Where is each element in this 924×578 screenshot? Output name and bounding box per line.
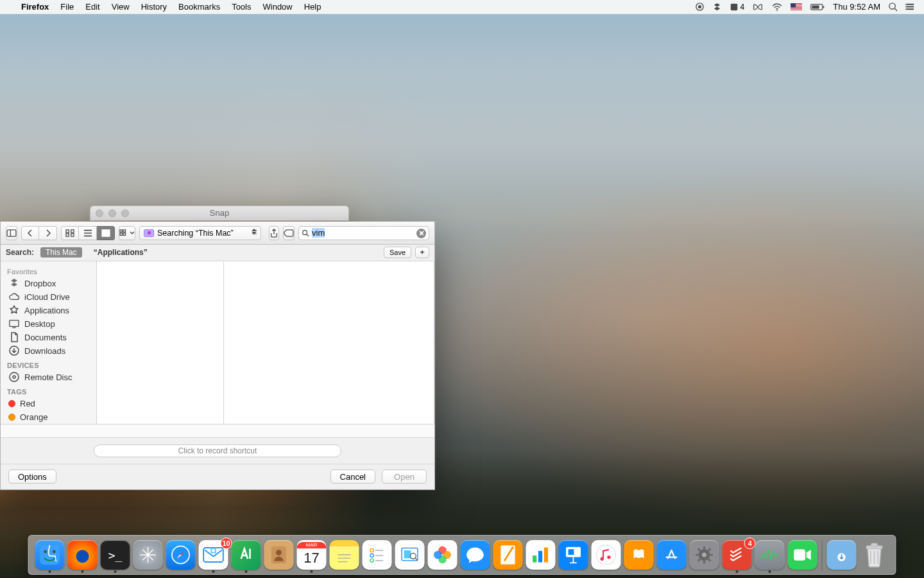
scope-this-mac[interactable]: This Mac bbox=[40, 247, 82, 258]
dock-mail[interactable]: 10 bbox=[198, 540, 230, 573]
svg-rect-50 bbox=[538, 551, 542, 563]
minimize-button[interactable] bbox=[108, 209, 116, 217]
path-bar bbox=[1, 425, 434, 438]
sidebar-item-dropbox[interactable]: Dropbox bbox=[1, 277, 96, 290]
dock-photos[interactable] bbox=[427, 540, 459, 573]
menu-help[interactable]: Help bbox=[298, 0, 327, 14]
share-button[interactable] bbox=[269, 226, 279, 240]
svg-point-54 bbox=[596, 545, 615, 565]
sidebar-tag-red[interactable]: Red bbox=[1, 397, 96, 410]
sidebar-item-icloud[interactable]: iCloud Drive bbox=[1, 290, 96, 304]
spotlight-icon[interactable] bbox=[888, 2, 898, 12]
menu-view[interactable]: View bbox=[106, 0, 135, 14]
scope-label: Search: bbox=[6, 248, 34, 257]
dock-activity[interactable] bbox=[754, 540, 786, 573]
dock-appstore[interactable] bbox=[656, 540, 688, 573]
dock-safari[interactable] bbox=[165, 540, 197, 573]
dock-editor[interactable] bbox=[230, 540, 262, 573]
ibooks-icon bbox=[624, 540, 654, 570]
menuextra-battery-icon[interactable] bbox=[810, 3, 825, 11]
sidebar-item-remote-disc[interactable]: Remote Disc bbox=[1, 371, 96, 384]
notes-icon bbox=[330, 540, 359, 570]
zoom-button[interactable] bbox=[121, 209, 129, 217]
window-title: Snap bbox=[90, 206, 348, 220]
dock-firefox[interactable] bbox=[67, 540, 99, 573]
snap-window[interactable]: Snap bbox=[90, 206, 349, 221]
open-button[interactable]: Open bbox=[382, 469, 427, 484]
keynote-icon bbox=[559, 540, 588, 570]
scope-applications[interactable]: “Applications” bbox=[89, 247, 153, 258]
column-1[interactable] bbox=[97, 261, 224, 424]
dock-notes[interactable] bbox=[329, 540, 361, 573]
sidebar-item-desktop[interactable]: Desktop bbox=[1, 317, 96, 331]
editor-icon bbox=[232, 540, 261, 570]
dock-itunes[interactable] bbox=[590, 540, 622, 573]
menu-edit[interactable]: Edit bbox=[80, 0, 105, 14]
dock-contacts[interactable] bbox=[263, 540, 295, 573]
back-button[interactable] bbox=[21, 226, 39, 240]
sidebar-item-applications[interactable]: Applications bbox=[1, 304, 96, 317]
dock-launchpad[interactable] bbox=[132, 540, 164, 573]
path-popup[interactable]: Searching “This Mac” bbox=[139, 226, 261, 240]
menuextra-wifi-icon[interactable] bbox=[771, 3, 783, 12]
menuextra-input-source[interactable] bbox=[791, 3, 802, 11]
dock-ibooks[interactable] bbox=[623, 540, 655, 573]
dock-numbers[interactable] bbox=[525, 540, 557, 573]
dock-system-preferences[interactable] bbox=[689, 540, 721, 573]
cancel-button[interactable]: Cancel bbox=[330, 469, 375, 484]
menuextra-sync-icon[interactable] bbox=[695, 2, 705, 12]
sidebar: Favorites Dropbox iCloud Drive Applicati… bbox=[1, 261, 97, 424]
dock-downloads[interactable] bbox=[826, 540, 858, 573]
downloads-stack-icon bbox=[827, 540, 857, 570]
view-columns-button[interactable] bbox=[97, 226, 115, 240]
sidebar-toggle-button[interactable] bbox=[6, 226, 17, 240]
dock-preview[interactable] bbox=[394, 540, 426, 573]
forward-button[interactable] bbox=[39, 226, 57, 240]
column-2[interactable] bbox=[224, 261, 434, 424]
add-criteria-button[interactable]: + bbox=[415, 247, 429, 258]
dock-calendar[interactable]: MAR17 bbox=[296, 540, 328, 573]
dock-todoist[interactable]: 4 bbox=[721, 540, 753, 573]
itunes-icon bbox=[592, 540, 621, 570]
shortcut-recorder[interactable]: Click to record shortcut bbox=[94, 444, 341, 457]
arrange-button[interactable] bbox=[119, 226, 135, 240]
open-dialog: Searching “This Mac” vim Search: This Ma… bbox=[0, 222, 435, 490]
svg-point-37 bbox=[370, 548, 373, 552]
svg-rect-20 bbox=[123, 233, 125, 235]
column-browser bbox=[97, 261, 434, 424]
menu-bookmarks[interactable]: Bookmarks bbox=[173, 0, 226, 14]
dock-messages[interactable] bbox=[459, 540, 492, 573]
clear-search-button[interactable] bbox=[416, 229, 426, 238]
save-search-button[interactable]: Save bbox=[384, 247, 411, 258]
dock-facetime[interactable] bbox=[787, 540, 819, 573]
menu-file[interactable]: File bbox=[55, 0, 80, 14]
dock-keynote[interactable] bbox=[558, 540, 590, 573]
options-button[interactable]: Options bbox=[8, 469, 56, 484]
sidebar-item-downloads[interactable]: Downloads bbox=[1, 344, 96, 358]
menubar-clock[interactable]: Thu 9:52 AM bbox=[833, 2, 880, 12]
close-button[interactable] bbox=[96, 209, 103, 217]
menu-tools[interactable]: Tools bbox=[226, 0, 257, 14]
view-list-button[interactable] bbox=[79, 226, 97, 240]
dock-pages[interactable] bbox=[492, 540, 524, 573]
svg-rect-14 bbox=[66, 233, 69, 236]
dock-finder[interactable] bbox=[34, 540, 66, 573]
search-field[interactable]: vim bbox=[298, 226, 429, 240]
menuextra-butterfly-icon[interactable] bbox=[752, 3, 764, 12]
menu-window[interactable]: Window bbox=[257, 0, 298, 14]
menuextra-dropbox-icon[interactable] bbox=[712, 2, 722, 12]
menuextra-app-icon[interactable]: 4 bbox=[730, 3, 745, 12]
svg-rect-17 bbox=[120, 229, 122, 231]
view-icons-button[interactable] bbox=[61, 226, 79, 240]
dock-trash[interactable] bbox=[859, 540, 891, 573]
documents-icon bbox=[8, 333, 20, 342]
cloud-icon bbox=[8, 292, 20, 301]
dock-reminders[interactable] bbox=[361, 540, 393, 573]
app-menu[interactable]: Firefox bbox=[15, 0, 55, 14]
notification-center-icon[interactable] bbox=[905, 2, 915, 12]
dock-terminal[interactable]: >_ bbox=[99, 540, 132, 573]
sidebar-tag-orange[interactable]: Orange bbox=[1, 410, 96, 424]
menu-history[interactable]: History bbox=[135, 0, 173, 14]
tags-button[interactable] bbox=[283, 226, 295, 240]
sidebar-item-documents[interactable]: Documents bbox=[1, 331, 96, 344]
